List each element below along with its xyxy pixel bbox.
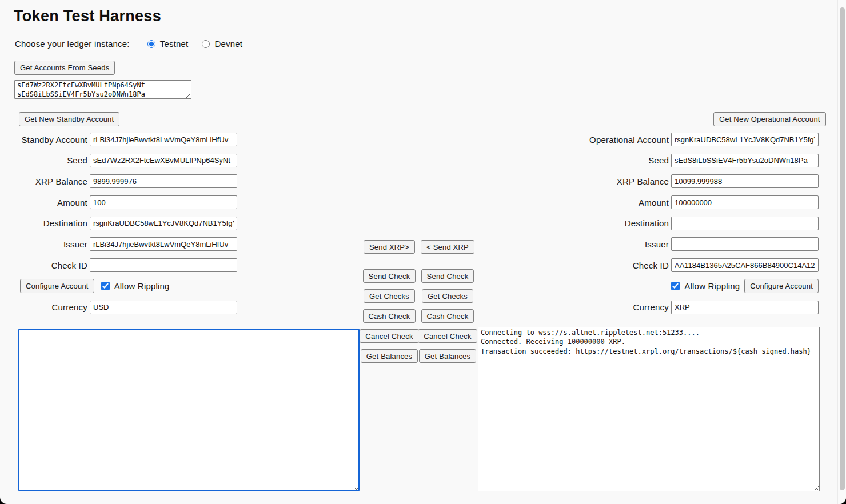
standby-cancel-check-button[interactable]: Cancel Check	[360, 329, 418, 343]
operational-currency-label: Currency	[548, 302, 671, 312]
operational-check-id-row: Check ID	[548, 258, 819, 272]
radio-option-devnet[interactable]: Devnet	[202, 39, 242, 49]
standby-check-id-label: Check ID	[0, 261, 90, 270]
operational-issuer-label: Issuer	[548, 239, 671, 249]
standby-destination-label: Destination	[0, 218, 90, 228]
standby-configure-account-button[interactable]: Configure Account	[20, 279, 94, 293]
operational-issuer-input[interactable]	[671, 237, 819, 251]
seeds-textarea[interactable]: sEd7Wz2RX2FtcEwXBvMULfPNp64SyNt sEdS8iLb…	[14, 80, 191, 99]
standby-send-check-button[interactable]: Send Check	[363, 269, 416, 283]
standby-xrp-balance-row: XRP Balance	[0, 174, 237, 188]
standby-issuer-label: Issuer	[0, 239, 90, 249]
standby-destination-row: Destination	[0, 217, 237, 230]
standby-amount-row: Amount	[0, 195, 237, 209]
operational-xrp-balance-row: XRP Balance	[548, 174, 819, 188]
standby-check-id-input[interactable]	[90, 258, 237, 272]
devnet-radio-label: Devnet	[214, 39, 242, 49]
standby-issuer-input[interactable]	[90, 237, 237, 251]
operational-currency-input[interactable]	[671, 301, 819, 314]
get-new-operational-account-button[interactable]: Get New Operational Account	[713, 112, 826, 126]
standby-configure-row: Configure Account Allow Rippling	[0, 279, 237, 293]
standby-currency-input[interactable]	[90, 301, 237, 314]
standby-transfer-buttons: Send XRP> Send Check Get Checks Cash Che…	[362, 240, 416, 369]
operational-configure-account-button[interactable]: Configure Account	[744, 279, 819, 293]
operational-destination-row: Destination	[548, 217, 819, 230]
operational-cash-check-button[interactable]: Cash Check	[421, 309, 474, 323]
standby-cash-check-button[interactable]: Cash Check	[363, 309, 416, 323]
operational-seed-input[interactable]	[671, 154, 819, 167]
operational-destination-label: Destination	[548, 218, 671, 228]
standby-xrp-balance-input[interactable]	[90, 174, 237, 188]
ledger-instance-label: Choose your ledger instance:	[15, 39, 130, 49]
standby-currency-label: Currency	[0, 302, 90, 312]
standby-get-balances-button[interactable]: Get Balances	[361, 349, 418, 363]
operational-results-textarea[interactable]: Connecting to wss://s.altnet.rippletest.…	[478, 327, 820, 491]
operational-seed-row: Seed	[548, 154, 819, 167]
operational-check-id-label: Check ID	[548, 261, 671, 270]
standby-get-checks-button[interactable]: Get Checks	[364, 289, 415, 303]
operational-issuer-row: Issuer	[548, 237, 819, 251]
standby-send-xrp-button[interactable]: Send XRP>	[364, 240, 415, 254]
operational-xrp-balance-input[interactable]	[671, 174, 819, 188]
standby-seed-input[interactable]	[90, 154, 237, 167]
operational-send-check-button[interactable]: Send Check	[421, 269, 474, 283]
standby-xrp-balance-label: XRP Balance	[0, 177, 90, 186]
standby-fields: Standby Account Seed XRP Balance Amount …	[0, 133, 237, 321]
operational-amount-input[interactable]	[671, 195, 819, 209]
operational-amount-row: Amount	[548, 195, 819, 209]
operational-seed-label: Seed	[548, 155, 671, 165]
operational-amount-label: Amount	[548, 198, 671, 207]
standby-issuer-row: Issuer	[0, 237, 237, 251]
standby-destination-input[interactable]	[90, 217, 237, 230]
token-test-harness-page: Token Test Harness Choose your ledger in…	[0, 0, 846, 504]
operational-currency-row: Currency	[548, 301, 819, 314]
operational-allow-rippling-checkbox[interactable]	[671, 282, 680, 290]
operational-fields: Operational Account Seed XRP Balance Amo…	[548, 133, 819, 321]
vertical-scrollbar-thumb[interactable]	[840, 7, 845, 490]
get-new-standby-account-button[interactable]: Get New Standby Account	[19, 112, 119, 126]
testnet-radio-label: Testnet	[160, 39, 189, 49]
operational-send-xrp-button[interactable]: < Send XRP	[421, 240, 474, 254]
standby-account-input[interactable]	[90, 133, 237, 146]
standby-currency-row: Currency	[0, 301, 237, 314]
standby-check-id-row: Check ID	[0, 258, 237, 272]
operational-account-row: Operational Account	[548, 133, 819, 146]
operational-account-label: Operational Account	[548, 135, 671, 145]
ledger-instance-chooser: Choose your ledger instance: Testnet Dev…	[15, 39, 256, 49]
standby-amount-input[interactable]	[90, 195, 237, 209]
operational-account-input[interactable]	[671, 133, 819, 146]
standby-account-row: Standby Account	[0, 133, 237, 146]
testnet-radio[interactable]	[147, 40, 155, 48]
operational-cancel-check-button[interactable]: Cancel Check	[418, 329, 477, 343]
standby-seed-row: Seed	[0, 154, 237, 167]
operational-get-balances-button[interactable]: Get Balances	[419, 349, 476, 363]
page-title: Token Test Harness	[14, 7, 161, 25]
get-accounts-from-seeds-button[interactable]: Get Accounts From Seeds	[14, 61, 115, 75]
operational-allow-rippling-label: Allow Rippling	[684, 281, 740, 291]
vertical-scrollbar-track[interactable]	[837, 0, 846, 504]
radio-option-testnet[interactable]: Testnet	[147, 39, 189, 49]
standby-account-label: Standby Account	[0, 135, 90, 145]
devnet-radio[interactable]	[202, 40, 210, 48]
operational-check-id-input[interactable]	[671, 258, 819, 272]
operational-configure-row: Allow Rippling Configure Account	[548, 279, 819, 293]
operational-xrp-balance-label: XRP Balance	[548, 177, 671, 186]
standby-seed-label: Seed	[0, 155, 90, 165]
operational-get-checks-button[interactable]: Get Checks	[422, 289, 473, 303]
operational-destination-input[interactable]	[671, 217, 819, 230]
standby-amount-label: Amount	[0, 198, 90, 207]
standby-allow-rippling-checkbox[interactable]	[101, 282, 110, 290]
standby-allow-rippling-label: Allow Rippling	[114, 281, 170, 291]
standby-results-textarea[interactable]	[18, 329, 360, 491]
operational-transfer-buttons: < Send XRP Send Check Get Checks Cash Ch…	[421, 240, 474, 369]
